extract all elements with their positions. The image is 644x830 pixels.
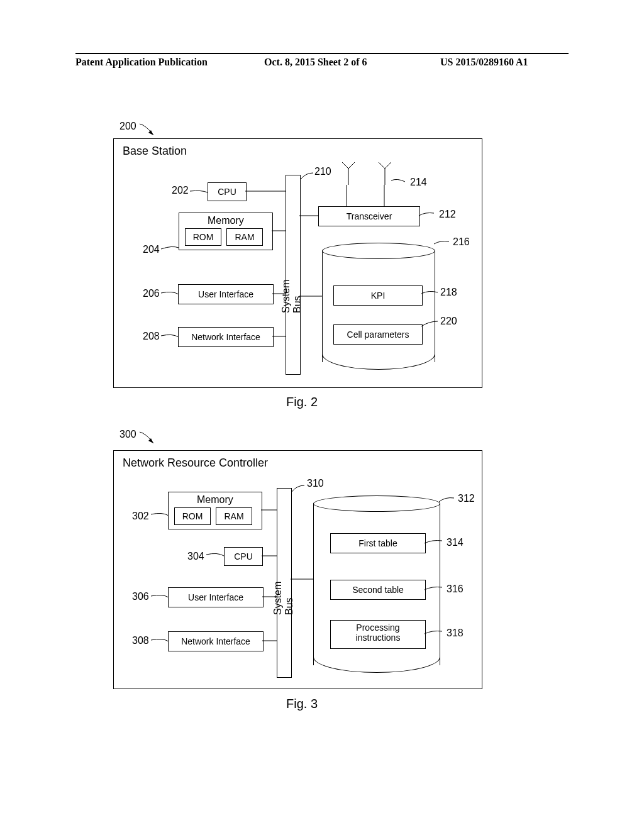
cpu-label: CPU [218, 187, 236, 197]
netif-box: Network Interface [168, 631, 264, 651]
ref-302: 302 [132, 511, 149, 522]
proc-instr-box: Processing instructions [330, 620, 426, 649]
cpu-box: CPU [224, 547, 263, 566]
ref-304: 304 [187, 551, 204, 562]
ref-216: 216 [453, 236, 470, 248]
svg-line-7 [379, 162, 385, 169]
arrow-icon [138, 431, 164, 450]
ref-310: 310 [307, 478, 324, 489]
ref-212: 212 [439, 209, 456, 220]
ref-306: 306 [132, 591, 149, 602]
rom-box: ROM [174, 507, 211, 525]
netif-label: Network Interface [181, 636, 250, 646]
antenna-icon [376, 162, 394, 185]
ref-300: 300 [119, 429, 136, 440]
second-table-label: Second table [352, 585, 404, 595]
ref-204: 204 [143, 244, 160, 255]
kpi-box: KPI [333, 285, 423, 306]
proc-instr-line2: instructions [331, 633, 425, 643]
rom-label: ROM [193, 232, 214, 242]
ref-200: 200 [119, 121, 136, 132]
ui-label: User Interface [198, 289, 253, 299]
ref-312: 312 [458, 493, 475, 504]
ref-308: 308 [132, 635, 149, 646]
cellparams-label: Cell parameters [347, 329, 409, 340]
ref-208: 208 [143, 331, 160, 342]
cellparams-box: Cell parameters [333, 324, 423, 345]
first-table-label: First table [358, 538, 397, 548]
cpu-box: CPU [208, 182, 247, 201]
svg-marker-0 [148, 130, 153, 135]
ui-label: User Interface [188, 592, 243, 602]
storage-cylinder [322, 250, 435, 362]
netif-box: Network Interface [178, 327, 274, 347]
ref-206: 206 [143, 288, 160, 299]
fig2-title: Base Station [123, 145, 187, 158]
second-table-box: Second table [330, 580, 426, 600]
page: Patent Application Publication Oct. 8, 2… [0, 0, 644, 830]
ref-210: 210 [314, 166, 331, 177]
system-bus-label: System Bus [272, 565, 295, 615]
ram-label: RAM [235, 232, 254, 242]
ref-218: 218 [440, 287, 457, 298]
first-table-box: First table [330, 533, 426, 553]
ref-318: 318 [447, 628, 464, 639]
ram-box: RAM [226, 228, 263, 246]
rom-label: ROM [182, 511, 203, 521]
ref-316: 316 [447, 584, 464, 595]
ram-label: RAM [224, 511, 243, 521]
rom-box: ROM [185, 228, 221, 246]
svg-line-5 [348, 162, 355, 169]
svg-marker-15 [148, 438, 153, 443]
ui-box: User Interface [178, 284, 274, 304]
header-left: Patent Application Publication [75, 57, 208, 68]
ref-214: 214 [410, 177, 427, 188]
ref-220: 220 [440, 316, 457, 327]
kpi-label: KPI [371, 290, 386, 301]
transceiver-box: Transceiver [318, 206, 420, 226]
ui-box: User Interface [168, 587, 264, 607]
header-rule [75, 53, 569, 54]
header-right: US 2015/0289160 A1 [440, 57, 528, 68]
header-mid: Oct. 8, 2015 Sheet 2 of 6 [264, 57, 367, 68]
netif-label: Network Interface [191, 332, 260, 342]
system-bus-label: System Bus [280, 263, 303, 313]
transceiver-label: Transceiver [347, 211, 392, 221]
ref-202: 202 [172, 185, 189, 196]
fig3-title: Network Resource Controller [123, 456, 268, 470]
ram-box: RAM [216, 507, 252, 525]
svg-line-8 [385, 162, 391, 169]
fig2-caption: Fig. 2 [270, 395, 333, 409]
memory-label: Memory [197, 494, 233, 506]
svg-line-4 [342, 162, 348, 169]
antenna-icon [340, 162, 357, 185]
ref-314: 314 [447, 537, 464, 548]
fig3-caption: Fig. 3 [270, 697, 333, 711]
proc-instr-line1: Processing [331, 622, 425, 633]
cpu-label: CPU [234, 551, 253, 562]
memory-label: Memory [208, 215, 244, 226]
